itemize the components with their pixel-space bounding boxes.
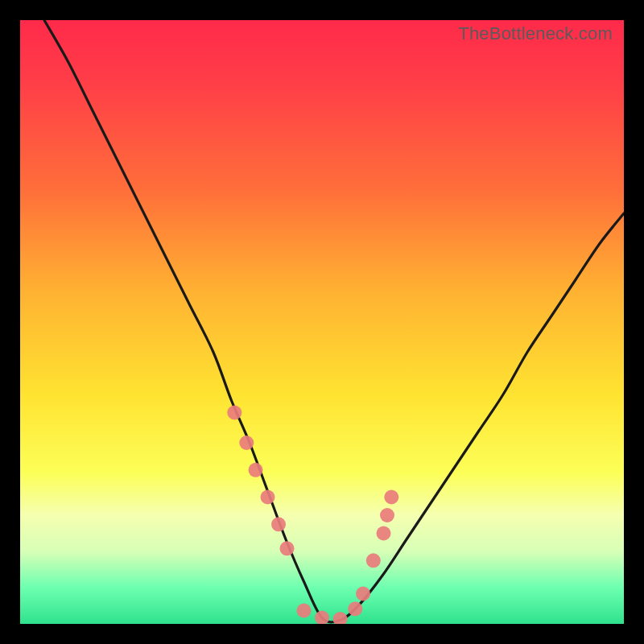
marker-dot <box>380 508 394 522</box>
marker-dot <box>356 587 370 601</box>
marker-dot <box>261 490 275 505</box>
marker-dot <box>297 604 312 618</box>
marker-dot <box>239 436 254 450</box>
bottleneck-curve-path <box>44 20 624 622</box>
marker-dot <box>227 406 242 420</box>
marker-dot <box>271 517 286 531</box>
plot-area: TheBottleneck.com <box>20 20 624 624</box>
marker-dot <box>377 526 391 541</box>
marker-group <box>227 406 398 625</box>
bottleneck-chart <box>20 20 624 624</box>
marker-dot <box>249 463 263 477</box>
marker-dot <box>280 541 295 555</box>
marker-dot <box>333 612 348 624</box>
marker-dot <box>366 553 381 568</box>
marker-dot <box>348 601 362 616</box>
outer-frame: TheBottleneck.com <box>0 0 644 644</box>
marker-dot <box>384 490 398 505</box>
